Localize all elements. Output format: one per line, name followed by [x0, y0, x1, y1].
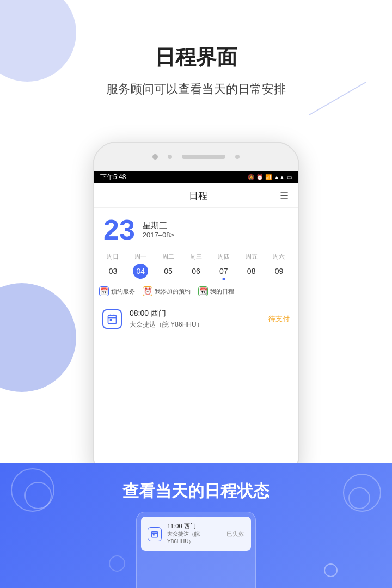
- mini-schedule-icon: [148, 527, 162, 541]
- signal-icon: ▲▲: [274, 174, 285, 180]
- svg-rect-0: [108, 315, 117, 323]
- sub-title: 服务顾问可以查看当天的日常安排: [0, 81, 392, 97]
- week-label-6: 周六: [273, 253, 285, 261]
- blue-banner: 查看当天的日程状态 11:00 西门 大众捷达（皖 Y86HHU） 已失效: [0, 463, 392, 588]
- tab-row: 📅 预约服务 ⏰ 我添加的预约 📆 我的日程: [94, 281, 298, 299]
- header-area: 日程界面 服务顾问可以查看当天的日常安排: [0, 44, 392, 97]
- tab-my-schedule[interactable]: 📆 我的日程: [198, 286, 234, 296]
- week-number-2: 05: [161, 264, 176, 279]
- week-label-4: 周四: [218, 253, 230, 261]
- week-number-4: 07: [216, 264, 231, 279]
- schedule-item-1: 08:00 西门 大众捷达（皖 Y86HHU） 待支付: [94, 302, 298, 336]
- mini-schedule-item: 11:00 西门 大众捷达（皖 Y86HHU） 已失效: [141, 517, 251, 551]
- tab-my-appointment-icon: ⏰: [143, 286, 152, 296]
- phone-top-bar: [94, 143, 298, 171]
- app-header: 日程 ☰: [94, 183, 298, 208]
- week-label-5: 周五: [246, 253, 258, 261]
- week-day-col-6[interactable]: 周六09: [271, 253, 286, 279]
- svg-point-4: [110, 319, 112, 321]
- schedule-item-icon: [102, 309, 122, 329]
- mini-status: 已失效: [226, 530, 244, 538]
- tab-appointment-icon: 📅: [99, 286, 109, 296]
- week-day-col-0[interactable]: 周日03: [105, 253, 120, 279]
- week-day-col-1[interactable]: 周一04: [133, 253, 148, 279]
- status-time: 下午5:48: [100, 173, 126, 182]
- date-section: 23 星期三 2017–08>: [94, 208, 298, 249]
- week-number-5: 08: [244, 264, 259, 279]
- tab-appointment[interactable]: 📅 预约服务: [99, 286, 135, 296]
- tab-appointment-label: 预约服务: [111, 287, 135, 296]
- main-title: 日程界面: [0, 44, 392, 71]
- banner-text: 查看当天的日程状态: [0, 480, 392, 503]
- status-icons: 🔕 ⏰ 📶 ▲▲ ▭: [248, 174, 292, 180]
- week-day-col-2[interactable]: 周二05: [161, 253, 176, 279]
- week-number-1: 04: [133, 264, 148, 279]
- week-number-3: 06: [188, 264, 204, 279]
- status-bar: 下午5:48 🔕 ⏰ 📶 ▲▲ ▭: [94, 171, 298, 183]
- wifi-icon: 📶: [265, 174, 272, 180]
- alarm-icon: ⏰: [256, 174, 263, 180]
- schedule-car: 大众捷达（皖 Y86HHU）: [130, 320, 261, 329]
- menu-icon[interactable]: ☰: [280, 190, 289, 202]
- schedule-time-place: 08:00 西门: [130, 309, 261, 318]
- app-header-title: 日程: [117, 189, 280, 202]
- battery-icon: ▭: [287, 174, 292, 180]
- schedule-item-info: 08:00 西门 大众捷达（皖 Y86HHU）: [130, 309, 261, 329]
- svg-rect-5: [152, 531, 158, 537]
- tab-my-schedule-label: 我的日程: [210, 287, 234, 296]
- date-number: 23: [103, 216, 135, 244]
- date-info: 星期三 2017–08>: [143, 220, 174, 239]
- mini-car: 大众捷达（皖 Y86HHU）: [167, 530, 221, 546]
- week-day-col-5[interactable]: 周五08: [244, 253, 259, 279]
- date-weekday: 星期三: [143, 220, 174, 231]
- banner-circle-3: [109, 555, 125, 572]
- mini-time-place: 11:00 西门: [167, 522, 221, 530]
- schedule-status: 待支付: [268, 314, 290, 324]
- week-row: 周日03周一04周二05周三06周四07周五08周六09: [94, 249, 298, 279]
- week-number-6: 09: [271, 264, 286, 279]
- week-label-2: 周二: [162, 253, 174, 261]
- bg-decoration-circle-mid-left: [0, 283, 76, 392]
- banner-circle-6: [324, 564, 338, 577]
- date-year-month: 2017–08>: [143, 231, 174, 239]
- week-day-col-3[interactable]: 周三06: [188, 253, 204, 279]
- phone-sensor-2: [235, 155, 240, 159]
- phone-sensor: [168, 155, 172, 159]
- week-label-1: 周一: [134, 253, 146, 261]
- week-number-0: 03: [105, 264, 120, 279]
- mini-schedule-info: 11:00 西门 大众捷达（皖 Y86HHU）: [167, 522, 221, 546]
- week-label-0: 周日: [107, 253, 119, 261]
- week-label-3: 周三: [190, 253, 202, 261]
- bell-mute-icon: 🔕: [248, 174, 254, 180]
- phone-camera: [152, 154, 158, 160]
- svg-point-7: [153, 534, 154, 535]
- phone-speaker: [182, 155, 225, 159]
- phone-mockup: 下午5:48 🔕 ⏰ 📶 ▲▲ ▭ 日程 ☰ 23 星期三 2017–08>: [93, 142, 299, 479]
- tab-my-schedule-icon: 📆: [198, 286, 208, 296]
- content-divider: [94, 301, 298, 301]
- tab-my-appointment[interactable]: ⏰ 我添加的预约: [143, 286, 191, 296]
- week-day-col-4[interactable]: 周四07: [216, 253, 231, 279]
- app-content: 日程 ☰ 23 星期三 2017–08> 周日03周一04周二05周三06周四0…: [94, 183, 298, 478]
- mini-phone-preview: 11:00 西门 大众捷达（皖 Y86HHU） 已失效: [136, 512, 256, 588]
- tab-my-appointment-label: 我添加的预约: [155, 287, 191, 296]
